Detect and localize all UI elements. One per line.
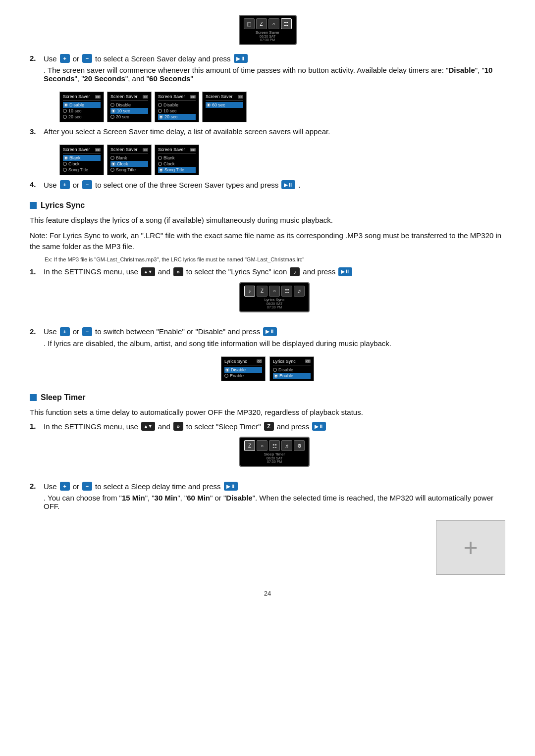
minus-button-sleep-2[interactable]: − <box>82 482 92 491</box>
lyrics-step-1-text2: to select the "Lyrics Sync" icon <box>186 267 287 276</box>
radio-blank-3 <box>158 156 162 160</box>
lyrics-icon-1: ♪ <box>244 286 255 297</box>
ss-item-disable-2: Disable <box>110 102 148 108</box>
cc-badge-4: cc <box>238 95 243 99</box>
disable-text-1: Disable <box>69 102 84 107</box>
clock-text-3: Clock <box>163 161 175 166</box>
lyrics-cc-1: cc <box>257 359 262 363</box>
lyrics-disable-sel: Disable <box>224 367 262 373</box>
ss-type-box-song: Screen Saver cc Blank Clock Song Title <box>155 145 199 175</box>
lyrics-enable-text-2: Enable <box>279 373 293 378</box>
sleep-step-1-num: 1. <box>30 422 40 430</box>
song-text-1: Song Title <box>68 167 88 172</box>
blank-text-3: Blank <box>163 155 175 160</box>
sleep-z-icon: Z <box>264 422 274 431</box>
disable-text-2: Disable <box>116 102 131 107</box>
plus-symbol: + <box>463 533 478 562</box>
sleep-timer-icon <box>30 394 37 401</box>
sleep-s1-text1: In the SETTINGS menu, use <box>44 422 138 431</box>
lyrics-icon-btn: ♪ <box>290 267 300 276</box>
ss-item-60-sel: 60 sec <box>206 102 243 108</box>
radio-disable-3 <box>158 103 162 107</box>
lyrics-enable-1: Enable <box>224 373 262 379</box>
play-button-step4[interactable]: ▶⏸ <box>281 180 295 189</box>
ss-type-clock-1: Clock <box>63 161 101 167</box>
top-device-container: ◫ Z ○ ☷ Screen Saver 06/20 SAT 07:30 PM <box>30 15 505 45</box>
plus-button-lyrics-2[interactable]: + <box>60 327 70 336</box>
sleep-icon-5: ⚙ <box>294 440 305 451</box>
ss-box-1-title: Screen Saver <box>63 94 90 99</box>
twenty-sec-3: 20 sec <box>164 114 178 119</box>
play-button-sleep-2[interactable]: ▶⏸ <box>224 482 238 491</box>
play-button-lyrics-1[interactable]: ▶⏸ <box>338 267 352 276</box>
ss-type-blank-2: Blank <box>110 155 148 161</box>
ss-box-1-header: Screen Saver cc <box>63 94 101 101</box>
ss-type-box-1-title: Screen Saver <box>63 147 90 152</box>
lyrics-step-1-text1: In the SETTINGS menu, use <box>44 267 138 276</box>
sleep-disable-label: Disable <box>226 494 252 502</box>
ss-item-disable-3: Disable <box>158 102 196 108</box>
lyrics-box-disable: Lyrics Sync cc Disable Enable <box>221 356 266 381</box>
step-2-screensaver: 2. Use + or − to select a Screen Saver d… <box>30 54 505 83</box>
lyrics-sync-title: Lyrics Sync <box>41 201 85 210</box>
radio-disable-2 <box>110 103 114 107</box>
plus-button[interactable]: + <box>60 54 70 63</box>
twenty-sec-2: 20 sec <box>116 114 129 119</box>
top-device-icon-1: ◫ <box>244 18 255 29</box>
forward-button-lyrics[interactable]: » <box>173 267 183 276</box>
top-device-icon-4: ☷ <box>281 18 292 29</box>
top-device-icons-row: ◫ Z ○ ☷ <box>244 18 292 29</box>
lyrics-step-1-num: 1. <box>30 267 40 276</box>
step-4-number: 4. <box>30 180 40 189</box>
lyrics-sync-icon <box>30 202 37 209</box>
play-button-step2[interactable]: ▶⏸ <box>234 54 248 63</box>
step-4-end: . <box>298 181 300 189</box>
sleep-step-2-inline: Use + or − to select a Sleep delay time … <box>44 482 505 510</box>
lyrics-icon-5: ♬ <box>294 286 305 297</box>
lyrics-icon-4: ☷ <box>281 286 292 297</box>
sleep-device-row: Z ○ ☷ ♬ ⚙ Sleep Timer 06/20 SAT 07:30 PM <box>44 437 505 467</box>
lyrics-box-2-title: Lyrics Sync <box>273 359 296 364</box>
play-button-lyrics-2[interactable]: ▶⏸ <box>263 327 277 336</box>
sleep-step-1-inline: In the SETTINGS menu, use ▲▼ and » to se… <box>44 422 505 431</box>
ss-type-box-clock: Screen Saver cc Blank Clock Song Title <box>107 145 152 175</box>
lyrics-s2-text: to switch between "Enable" or "Disable" … <box>95 327 260 336</box>
sleep-step-2: 2. Use + or − to select a Sleep delay ti… <box>30 482 505 510</box>
ss-box-4-title: Screen Saver <box>206 94 233 99</box>
minus-button-step4[interactable]: − <box>82 180 92 189</box>
lyrics-icon-2: Z <box>257 286 268 297</box>
ss-box-2-title: Screen Saver <box>110 94 138 99</box>
step-3-text: After you select a Screen Saver time del… <box>44 127 330 136</box>
sleep-s1-and: and <box>158 422 170 431</box>
ss-box-2-header: Screen Saver cc <box>110 94 148 101</box>
plus-button-step4[interactable]: + <box>60 180 70 189</box>
sleep-s2-or: or <box>73 482 79 491</box>
ss-box-10sec: Screen Saver cc Disable 10 sec 20 sec <box>107 92 152 122</box>
ten-sec-3: 10 sec <box>163 108 177 113</box>
ss-menu-row-1: Screen Saver cc Disable 10 sec 20 sec Sc… <box>59 92 505 122</box>
ss-item-10: 10 sec <box>63 108 101 114</box>
plus-button-sleep-2[interactable]: + <box>60 482 70 491</box>
step-4-content: Use + or − to select one of the three Sc… <box>44 180 505 189</box>
lyrics-step-1-content: In the SETTINGS menu, use ▲▼ and » to se… <box>44 267 505 318</box>
lyrics-device-date: 06/20 SAT <box>244 302 305 305</box>
lyrics-step-2-num: 2. <box>30 327 40 336</box>
play-button-sleep-1[interactable]: ▶⏸ <box>312 422 326 431</box>
lyrics-sync-note: Note: For Lyrics Sync to work, an ".LRC"… <box>30 230 505 252</box>
lyrics-device-center: ♪ Z ○ ☷ ♬ Lyrics Sync 06/20 SAT 07:30 PM <box>44 282 505 312</box>
sleep-s1-text2: to select "Sleep Timer" <box>186 422 261 431</box>
nav-arrows-icon[interactable]: ▲▼ <box>141 267 155 276</box>
step-2-inline: Use + or − to select a Screen Saver dela… <box>44 54 505 83</box>
minus-button[interactable]: − <box>82 54 92 63</box>
min15-label: 15 Min <box>122 494 145 502</box>
minus-button-lyrics-2[interactable]: − <box>82 327 92 336</box>
ss-type-clock-sel: Clock <box>110 161 148 167</box>
forward-button-sleep[interactable]: » <box>173 422 183 431</box>
cc-type-badge-2: cc <box>143 148 148 151</box>
top-device-time: 07:30 PM <box>244 38 292 42</box>
nav-arrows-sleep[interactable]: ▲▼ <box>141 422 155 431</box>
lyrics-step-2-inline: Use + or − to switch between "Enable" or… <box>44 327 505 348</box>
lyrics-disable-text-2: Disable <box>278 367 293 372</box>
radio-disable-lyrics-2 <box>273 368 277 372</box>
ten-sec-1: 10 sec <box>68 108 82 113</box>
